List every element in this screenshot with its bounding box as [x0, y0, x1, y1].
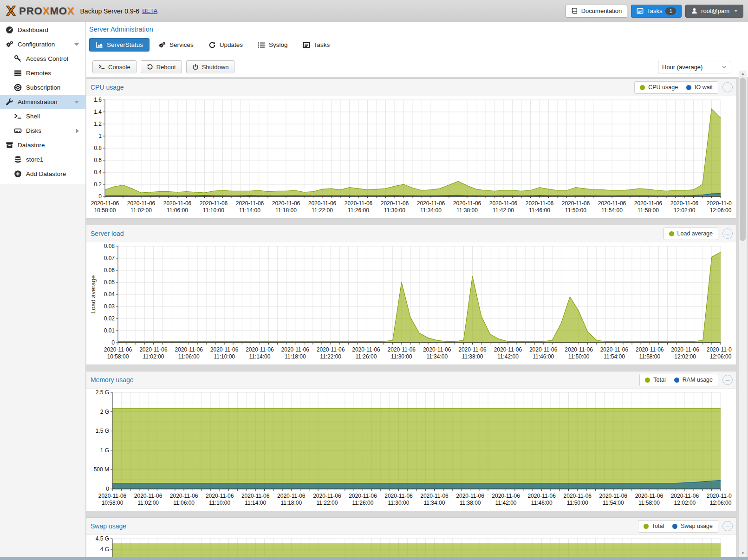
shutdown-button[interactable]: Shutdown: [186, 60, 235, 73]
scroll-down-arrow[interactable]: ▼: [739, 550, 747, 557]
tab-label: Tasks: [314, 41, 330, 48]
svg-text:2020-11-06: 2020-11-06: [175, 346, 203, 353]
svg-text:0.8: 0.8: [94, 145, 102, 151]
collapse-panel-button[interactable]: –: [722, 228, 733, 239]
user-menu-button[interactable]: root@pam: [685, 5, 743, 18]
chart-legend: Load average: [663, 228, 718, 240]
svg-text:11:50:00: 11:50:00: [567, 500, 588, 506]
svg-text:2020-11-06: 2020-11-06: [170, 493, 198, 499]
tab-serverstatus[interactable]: ServerStatus: [89, 38, 150, 52]
list-icon: [258, 41, 265, 49]
tasks-button[interactable]: Tasks 1: [631, 5, 682, 18]
chevron-right-icon[interactable]: [76, 129, 79, 133]
svg-text:11:58:00: 11:58:00: [639, 353, 660, 360]
sidebar-item-disks[interactable]: Disks: [0, 124, 85, 138]
svg-text:11:14:00: 11:14:00: [245, 500, 266, 506]
svg-text:Load average: Load average: [90, 275, 97, 314]
svg-text:0.06: 0.06: [104, 267, 115, 273]
svg-text:1.2: 1.2: [94, 121, 102, 127]
memory-usage-chart: 0500 M1 G1.5 G2 G2.5 G2020-11-0610:58:00…: [89, 389, 732, 509]
svg-text:11:34:00: 11:34:00: [426, 353, 448, 360]
sidebar-item-remotes[interactable]: Remotes: [0, 66, 85, 80]
svg-text:2020-11-06: 2020-11-06: [352, 346, 380, 353]
svg-text:2020-11-06: 2020-11-06: [526, 200, 554, 207]
svg-text:11:10:00: 11:10:00: [209, 500, 230, 506]
svg-text:0.05: 0.05: [104, 279, 115, 286]
sidebar-item-dashboard[interactable]: Dashboard: [0, 23, 85, 37]
svg-text:2020-11-06: 2020-11-06: [636, 346, 664, 353]
sidebar-item-configuration[interactable]: Configuration: [0, 37, 85, 52]
svg-text:11:50:00: 11:50:00: [565, 207, 586, 214]
svg-text:2020-11-06: 2020-11-06: [456, 493, 484, 499]
tab-tasks[interactable]: Tasks: [297, 38, 336, 52]
svg-text:11:14:00: 11:14:00: [249, 353, 270, 360]
svg-text:2020-11-06: 2020-11-06: [564, 493, 592, 499]
scrollbar-thumb[interactable]: [740, 78, 746, 241]
svg-text:2020-11-06: 2020-11-06: [139, 346, 168, 353]
svg-text:2.5 G: 2.5 G: [96, 389, 109, 396]
panel-body: 0500 M1 G1.5 G2 G2.5 G3 G3.5 G4 G4.5 G20…: [86, 535, 736, 560]
sidebar-item-label: Disks: [26, 127, 41, 134]
svg-text:2020-11-06: 2020-11-06: [562, 200, 590, 207]
collapse-panel-button[interactable]: –: [722, 375, 733, 385]
svg-text:11:30:00: 11:30:00: [388, 500, 410, 506]
tab-label: Services: [169, 41, 194, 48]
console-button[interactable]: Console: [92, 60, 137, 73]
svg-text:0: 0: [98, 193, 102, 200]
sidebar-item-store1[interactable]: store1: [0, 152, 85, 167]
svg-text:0.2: 0.2: [94, 181, 102, 188]
time-range-select[interactable]: Hour (average): [658, 61, 731, 73]
terminal-icon: [98, 64, 105, 70]
tab-label: Syslog: [269, 41, 288, 48]
legend-entry: Total: [645, 377, 665, 383]
svg-text:11:26:00: 11:26:00: [356, 353, 377, 360]
svg-text:11:34:00: 11:34:00: [424, 500, 445, 506]
svg-text:1.6: 1.6: [94, 97, 102, 103]
svg-text:0: 0: [111, 339, 115, 346]
tab-services[interactable]: Services: [152, 38, 200, 52]
panel-title: Swap usage: [91, 522, 126, 530]
svg-text:2020-11-06: 2020-11-06: [671, 346, 699, 353]
sidebar-item-label: Access Control: [26, 55, 68, 62]
archive-icon: [6, 141, 13, 149]
svg-text:2020-11-06: 2020-11-06: [134, 493, 163, 499]
documentation-button[interactable]: Documentation: [566, 5, 627, 18]
sidebar-item-administration[interactable]: Administration: [0, 95, 85, 109]
svg-text:2020-11-06: 2020-11-06: [423, 346, 451, 353]
beta-link[interactable]: BETA: [142, 7, 157, 14]
vertical-scrollbar[interactable]: ▲ ▼: [739, 71, 747, 557]
svg-text:2020-11-06: 2020-11-06: [163, 200, 192, 207]
sidebar-item-shell[interactable]: Shell: [0, 109, 85, 124]
tab-updates[interactable]: Updates: [202, 38, 249, 52]
chevron-down-icon[interactable]: [74, 43, 79, 46]
legend-label: IO wait: [695, 84, 713, 91]
collapse-panel-button[interactable]: –: [722, 521, 733, 531]
svg-text:1.4: 1.4: [94, 109, 102, 115]
svg-text:11:06:00: 11:06:00: [178, 353, 200, 360]
svg-text:2020-11-06: 2020-11-06: [206, 493, 234, 499]
panel-title: Server load: [91, 230, 124, 237]
memory-usage-panel: Memory usage TotalRAM usage – 0500 M1 G1…: [86, 371, 737, 511]
sidebar-item-subscription[interactable]: Subscription: [0, 80, 85, 95]
swap-usage-chart: 0500 M1 G1.5 G2 G2.5 G3 G3.5 G4 G4.5 G20…: [89, 535, 732, 560]
svg-text:2020-11-06: 2020-11-06: [458, 346, 487, 353]
legend-label: CPU usage: [648, 84, 678, 91]
tab-label: ServerStatus: [107, 41, 143, 48]
tab-syslog[interactable]: Syslog: [252, 38, 294, 52]
collapse-panel-button[interactable]: –: [722, 82, 733, 92]
sidebar-item-datastore[interactable]: Datastore: [0, 138, 85, 152]
cpu-usage-panel: CPU usage CPU usageIO wait – 00.20.40.60…: [86, 78, 737, 219]
legend-label: Swap usage: [681, 523, 713, 529]
tab-bar: ServerStatusServicesUpdatesSyslogTasks: [89, 38, 748, 56]
reboot-button[interactable]: Reboot: [141, 60, 182, 73]
chevron-down-icon[interactable]: [74, 101, 79, 104]
sidebar-item-add-datastore[interactable]: Add Datastore: [0, 167, 85, 181]
remotes-list-icon: [14, 69, 22, 77]
svg-text:11:18:00: 11:18:00: [285, 353, 306, 360]
legend-entry: RAM usage: [674, 377, 713, 383]
scroll-up-arrow[interactable]: ▲: [739, 71, 747, 77]
sidebar-item-access-control[interactable]: Access Control: [0, 52, 85, 66]
book-icon: [571, 7, 578, 14]
bottom-edge-strip: [0, 557, 748, 560]
svg-text:12:02:00: 12:02:00: [674, 500, 696, 506]
